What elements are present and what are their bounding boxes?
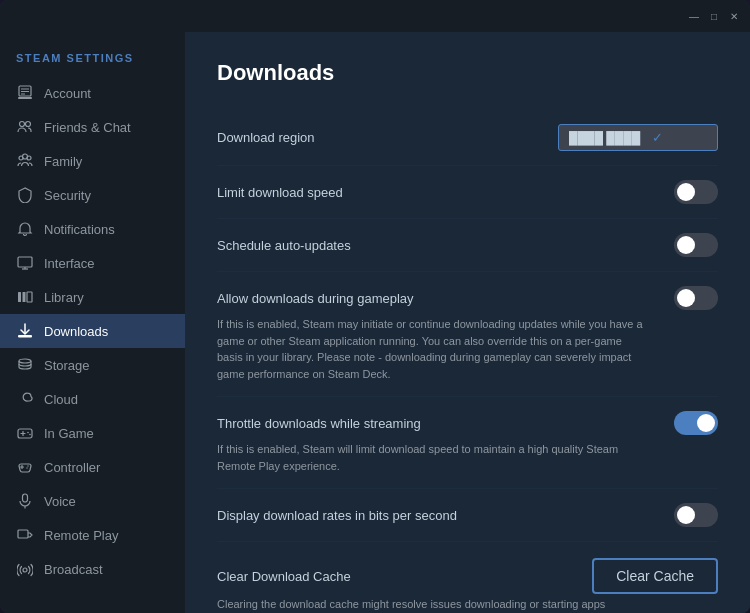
setting-desc-throttle-streaming: If this is enabled, Steam will limit dow… [217, 441, 647, 474]
sidebar-item-label: Interface [44, 256, 95, 271]
svg-point-17 [19, 359, 31, 363]
sidebar-item-label: Friends & Chat [44, 120, 131, 135]
sidebar-item-library[interactable]: Library [0, 280, 185, 314]
setting-label-downloads-gameplay: Allow downloads during gameplay [217, 291, 414, 306]
sidebar-item-friends[interactable]: Friends & Chat [0, 110, 185, 144]
broadcast-icon [16, 560, 34, 578]
sidebar-item-interface[interactable]: Interface [0, 246, 185, 280]
sidebar-item-account[interactable]: Account [0, 76, 185, 110]
toggle-throttle-streaming[interactable] [674, 411, 718, 435]
setting-row-auto-updates: Schedule auto-updates [217, 219, 718, 272]
clear-cache-header: Clear Download Cache Clear Cache [217, 558, 718, 594]
steam-settings-window: — □ ✕ STEAM SETTINGS Account Friends & C… [0, 0, 750, 613]
setting-label-download-region: Download region [217, 130, 315, 145]
clear-cache-label: Clear Download Cache [217, 569, 351, 584]
sidebar-item-voice[interactable]: Voice [0, 484, 185, 518]
interface-icon [16, 254, 34, 272]
controller-icon [16, 458, 34, 476]
sidebar-item-label: Library [44, 290, 84, 305]
svg-point-6 [26, 122, 31, 127]
svg-point-22 [29, 434, 31, 436]
voice-icon [16, 492, 34, 510]
titlebar: — □ ✕ [0, 0, 750, 32]
svg-rect-29 [18, 530, 28, 538]
sidebar-item-label: Family [44, 154, 82, 169]
clear-cache-desc: Clearing the download cache might resolv… [217, 598, 605, 610]
main-content: STEAM SETTINGS Account Friends & Chat [0, 32, 750, 613]
minimize-button[interactable]: — [688, 10, 700, 22]
svg-point-26 [26, 467, 27, 468]
toggle-display-bits[interactable] [674, 503, 718, 527]
svg-point-21 [27, 432, 29, 434]
ingame-icon [16, 424, 34, 442]
close-button[interactable]: ✕ [728, 10, 740, 22]
sidebar-item-ingame[interactable]: In Game [0, 416, 185, 450]
sidebar-item-security[interactable]: Security [0, 178, 185, 212]
sidebar-item-storage[interactable]: Storage [0, 348, 185, 382]
sidebar-item-cloud[interactable]: Cloud [0, 382, 185, 416]
storage-icon [16, 356, 34, 374]
toggle-downloads-gameplay[interactable] [674, 286, 718, 310]
sidebar-item-label: Storage [44, 358, 90, 373]
setting-row-header: Throttle downloads while streaming [217, 411, 718, 435]
content-panel: Downloads Download region ████ ████ ✓ Li… [185, 32, 750, 613]
setting-label-display-bits: Display download rates in bits per secon… [217, 508, 457, 523]
sidebar: STEAM SETTINGS Account Friends & Chat [0, 32, 185, 613]
setting-row-header: Allow downloads during gameplay [217, 286, 718, 310]
sidebar-item-downloads[interactable]: Downloads [0, 314, 185, 348]
svg-rect-15 [27, 292, 32, 302]
toggle-auto-updates[interactable] [674, 233, 718, 257]
svg-point-25 [27, 465, 28, 466]
toggle-limit-speed[interactable] [674, 180, 718, 204]
notifications-icon [16, 220, 34, 238]
setting-label-limit-speed: Limit download speed [217, 185, 343, 200]
sidebar-item-remoteplay[interactable]: Remote Play [0, 518, 185, 552]
sidebar-item-label: Cloud [44, 392, 78, 407]
remoteplay-icon [16, 526, 34, 544]
setting-row-display-bits: Display download rates in bits per secon… [217, 489, 718, 542]
setting-label-throttle-streaming: Throttle downloads while streaming [217, 416, 421, 431]
sidebar-item-broadcast[interactable]: Broadcast [0, 552, 185, 586]
svg-rect-13 [18, 292, 21, 302]
sidebar-item-label: Notifications [44, 222, 115, 237]
setting-row-downloads-gameplay: Allow downloads during gameplay If this … [217, 272, 718, 397]
sidebar-item-notifications[interactable]: Notifications [0, 212, 185, 246]
clear-cache-button[interactable]: Clear Cache [592, 558, 718, 594]
maximize-button[interactable]: □ [708, 10, 720, 22]
svg-rect-10 [18, 257, 32, 267]
sidebar-item-label: Security [44, 188, 91, 203]
svg-rect-14 [23, 292, 26, 302]
setting-row-throttle-streaming: Throttle downloads while streaming If th… [217, 397, 718, 489]
dropdown-value: ████ ████ [569, 131, 640, 145]
friends-icon [16, 118, 34, 136]
dropdown-check-icon: ✓ [652, 130, 663, 145]
sidebar-item-label: Controller [44, 460, 100, 475]
download-region-dropdown[interactable]: ████ ████ ✓ [558, 124, 718, 151]
setting-label-auto-updates: Schedule auto-updates [217, 238, 351, 253]
page-title: Downloads [217, 60, 718, 86]
sidebar-item-label: Remote Play [44, 528, 118, 543]
svg-rect-27 [23, 494, 28, 502]
account-icon [16, 84, 34, 102]
library-icon [16, 288, 34, 306]
sidebar-item-label: Voice [44, 494, 76, 509]
sidebar-item-label: In Game [44, 426, 94, 441]
setting-desc-downloads-gameplay: If this is enabled, Steam may initiate o… [217, 316, 647, 382]
svg-rect-4 [18, 97, 32, 99]
svg-rect-16 [18, 335, 32, 338]
svg-point-5 [20, 122, 25, 127]
clear-cache-row: Clear Download Cache Clear Cache Clearin… [217, 542, 718, 613]
svg-point-30 [23, 568, 27, 572]
sidebar-item-label: Account [44, 86, 91, 101]
setting-row-limit-speed: Limit download speed [217, 166, 718, 219]
sidebar-title: STEAM SETTINGS [0, 44, 185, 76]
sidebar-item-label: Downloads [44, 324, 108, 339]
downloads-icon [16, 322, 34, 340]
security-icon [16, 186, 34, 204]
setting-row-download-region: Download region ████ ████ ✓ [217, 110, 718, 166]
sidebar-item-label: Broadcast [44, 562, 103, 577]
sidebar-item-controller[interactable]: Controller [0, 450, 185, 484]
family-icon [16, 152, 34, 170]
cloud-icon [16, 390, 34, 408]
sidebar-item-family[interactable]: Family [0, 144, 185, 178]
